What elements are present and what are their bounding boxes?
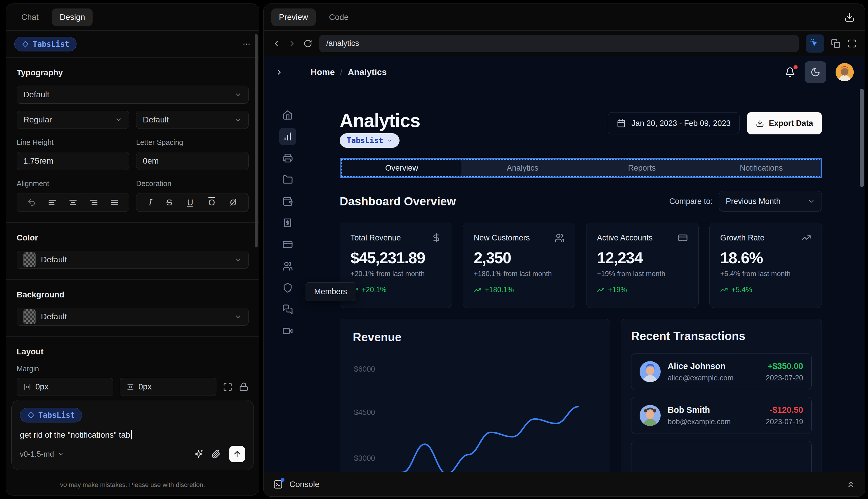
stat-title: Growth Rate xyxy=(720,233,765,243)
transaction-email: alice@example.com xyxy=(668,374,733,382)
download-icon xyxy=(756,119,764,127)
tab-preview[interactable]: Preview xyxy=(271,9,316,26)
compare-select[interactable]: Previous Month xyxy=(719,191,822,211)
refresh-icon[interactable] xyxy=(303,39,312,48)
background-heading: Background xyxy=(17,290,249,300)
reset-alignment-icon[interactable] xyxy=(27,198,36,207)
chat-composer[interactable]: TabsList get rid of the "notifications" … xyxy=(11,400,254,470)
italic-icon[interactable]: I xyxy=(148,197,151,207)
tab-code[interactable]: Code xyxy=(322,9,356,26)
back-icon[interactable] xyxy=(272,39,281,48)
date-range-picker[interactable]: Jan 20, 2023 - Feb 09, 2023 xyxy=(608,112,740,134)
align-center-icon[interactable] xyxy=(69,198,77,207)
margin-x-input[interactable]: 0px xyxy=(17,378,113,396)
nav-video[interactable] xyxy=(279,322,296,340)
stat-trend: +5.4% xyxy=(731,285,752,294)
section-heading: Dashboard Overview xyxy=(340,195,456,208)
font-weight-select[interactable]: Regular xyxy=(17,111,129,129)
composer-input[interactable]: get rid of the "notifications" tab xyxy=(20,430,245,440)
color-select[interactable]: Default xyxy=(17,251,249,269)
nav-security[interactable] xyxy=(279,279,296,296)
lock-margin-icon[interactable] xyxy=(239,382,249,392)
download-icon[interactable] xyxy=(844,12,855,23)
typography-section: Typography Default Regular Default xyxy=(17,68,249,212)
transaction-amount: +$350.00 xyxy=(766,361,803,371)
nav-analytics[interactable] xyxy=(279,128,296,145)
notifications-bell[interactable] xyxy=(785,67,795,77)
stat-trend: +20.1% xyxy=(362,285,387,294)
underline-icon[interactable]: U xyxy=(187,198,193,207)
align-left-icon[interactable] xyxy=(48,198,57,207)
folder-icon xyxy=(282,174,293,185)
sidebar-scrollbar[interactable] xyxy=(255,34,258,247)
attach-file-icon[interactable] xyxy=(211,449,221,459)
transaction-amount: -$120.50 xyxy=(766,405,803,415)
nav-cards[interactable] xyxy=(279,236,296,253)
console-bar[interactable]: Console xyxy=(264,472,865,496)
align-justify-icon[interactable] xyxy=(110,198,119,207)
notification-dot xyxy=(794,65,798,69)
nav-wallet[interactable] xyxy=(279,193,296,210)
font-size-value: Default xyxy=(143,115,169,124)
margin-y-input[interactable]: 0px xyxy=(120,378,216,396)
strikethrough-icon[interactable]: S xyxy=(166,198,172,207)
breadcrumb-home[interactable]: Home xyxy=(310,67,335,77)
component-chip[interactable]: TabsList xyxy=(14,37,76,51)
nav-fax[interactable] xyxy=(279,149,296,167)
margin-x-value: 0px xyxy=(35,382,49,391)
nav-messages[interactable] xyxy=(279,301,296,318)
user-avatar[interactable] xyxy=(835,63,854,81)
tab-analytics[interactable]: Analytics xyxy=(463,159,582,177)
tab-notifications[interactable]: Notifications xyxy=(702,159,821,177)
duplicate-icon[interactable] xyxy=(831,39,840,48)
transaction-row[interactable]: Alice Johnson alice@example.com +$350.00… xyxy=(631,353,811,390)
align-right-icon[interactable] xyxy=(89,198,98,207)
typography-heading: Typography xyxy=(17,68,249,77)
credit-card-icon xyxy=(678,233,688,243)
font-family-select[interactable]: Default xyxy=(17,86,249,104)
stat-value: 12,234 xyxy=(597,248,688,267)
export-data-button[interactable]: Export Data xyxy=(747,112,822,134)
dark-mode-toggle[interactable] xyxy=(805,61,826,83)
expand-margin-icon[interactable] xyxy=(223,382,233,392)
preview-scrollbar[interactable] xyxy=(860,89,864,187)
no-decoration-icon[interactable]: Ø xyxy=(230,198,237,207)
chevron-down-icon xyxy=(234,256,242,264)
tab-design[interactable]: Design xyxy=(52,9,92,26)
app-body: Analytics TabsList Jan 20, 2023 - Feb 09… xyxy=(264,88,865,472)
tab-overview[interactable]: Overview xyxy=(342,160,461,176)
nav-members[interactable] xyxy=(279,258,296,275)
model-select[interactable]: v0-1.5-md xyxy=(20,450,64,459)
sidebar-toggle-icon[interactable] xyxy=(275,68,284,76)
forward-icon[interactable] xyxy=(288,39,296,48)
trending-up-icon xyxy=(597,286,605,294)
nav-home[interactable] xyxy=(279,106,296,123)
transaction-row[interactable]: Bob Smith bob@example.com -$120.50 2023-… xyxy=(631,397,811,434)
diamond-icon xyxy=(22,40,29,48)
nav-folders[interactable] xyxy=(279,171,296,188)
inspect-mode-button[interactable] xyxy=(806,35,824,52)
transaction-name: Alice Johnson xyxy=(668,361,733,371)
font-size-select[interactable]: Default xyxy=(136,111,249,129)
revenue-line-chart xyxy=(381,357,578,472)
url-input[interactable]: /analytics xyxy=(319,35,799,52)
more-options-icon[interactable] xyxy=(242,40,251,49)
background-select[interactable]: Default xyxy=(17,308,249,326)
letter-spacing-input[interactable]: 0em xyxy=(136,152,249,170)
expand-console-icon[interactable] xyxy=(846,480,855,489)
users-icon xyxy=(555,233,565,243)
trending-up-icon xyxy=(720,286,728,294)
nav-receipts[interactable] xyxy=(279,215,296,231)
y-tick-4500: $4500 xyxy=(354,408,375,417)
overline-icon[interactable]: O xyxy=(208,198,215,207)
composer-component-chip[interactable]: TabsList xyxy=(20,408,82,423)
send-button[interactable] xyxy=(229,446,245,462)
breadcrumb-analytics[interactable]: Analytics xyxy=(348,67,387,77)
tab-chat[interactable]: Chat xyxy=(14,9,46,26)
tab-reports[interactable]: Reports xyxy=(582,159,702,177)
tabslist-component-chip[interactable]: TabsList xyxy=(340,133,399,148)
stat-title: Active Accounts xyxy=(597,233,653,243)
fullscreen-icon[interactable] xyxy=(847,39,857,48)
enhance-prompt-icon[interactable] xyxy=(194,449,203,459)
line-height-input[interactable]: 1.75rem xyxy=(17,152,129,170)
